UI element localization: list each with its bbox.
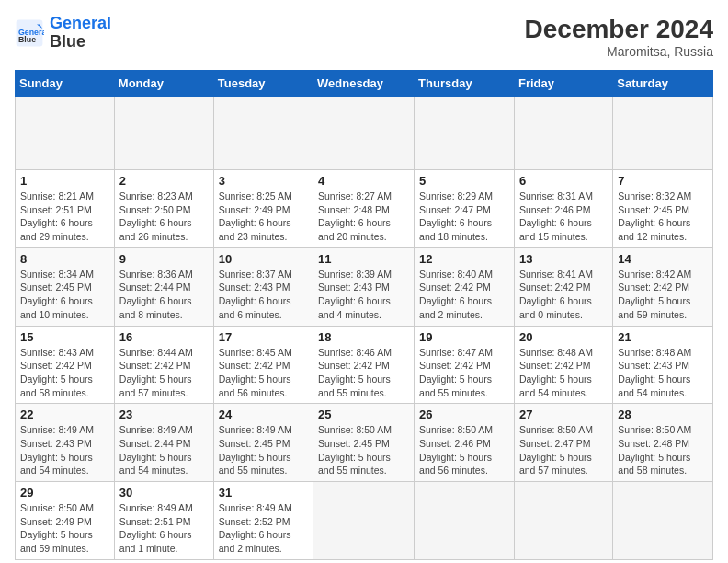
- day-info: Sunrise: 8:34 AM Sunset: 2:45 PM Dayligh…: [20, 268, 109, 322]
- day-info: Sunrise: 8:44 AM Sunset: 2:42 PM Dayligh…: [119, 346, 209, 400]
- day-number: 21: [618, 330, 708, 344]
- day-info: Sunrise: 8:27 AM Sunset: 2:48 PM Dayligh…: [318, 190, 409, 244]
- header: General Blue General Blue December 2024 …: [15, 15, 713, 59]
- calendar-day-cell: [613, 97, 713, 170]
- day-info: Sunrise: 8:36 AM Sunset: 2:44 PM Dayligh…: [119, 268, 209, 322]
- calendar-day-cell: 30Sunrise: 8:49 AM Sunset: 2:51 PM Dayli…: [114, 482, 213, 560]
- calendar-day-cell: 2Sunrise: 8:23 AM Sunset: 2:50 PM Daylig…: [114, 170, 213, 248]
- day-number: 1: [20, 174, 109, 188]
- calendar-week-row: 29Sunrise: 8:50 AM Sunset: 2:49 PM Dayli…: [16, 482, 713, 560]
- day-info: Sunrise: 8:42 AM Sunset: 2:42 PM Dayligh…: [618, 268, 708, 322]
- day-info: Sunrise: 8:48 AM Sunset: 2:42 PM Dayligh…: [519, 346, 608, 400]
- calendar-day-cell: 6Sunrise: 8:31 AM Sunset: 2:46 PM Daylig…: [514, 170, 612, 248]
- calendar-body: 1Sunrise: 8:21 AM Sunset: 2:51 PM Daylig…: [16, 97, 713, 560]
- calendar-header-row: SundayMondayTuesdayWednesdayThursdayFrid…: [16, 71, 713, 97]
- day-info: Sunrise: 8:29 AM Sunset: 2:47 PM Dayligh…: [419, 190, 509, 244]
- day-info: Sunrise: 8:23 AM Sunset: 2:50 PM Dayligh…: [119, 190, 209, 244]
- day-number: 16: [119, 330, 209, 344]
- calendar-day-cell: 17Sunrise: 8:45 AM Sunset: 2:42 PM Dayli…: [213, 326, 313, 404]
- calendar-day-cell: 28Sunrise: 8:50 AM Sunset: 2:48 PM Dayli…: [613, 404, 713, 482]
- day-info: Sunrise: 8:49 AM Sunset: 2:45 PM Dayligh…: [219, 423, 308, 477]
- calendar-table: SundayMondayTuesdayWednesdayThursdayFrid…: [15, 70, 713, 560]
- calendar-week-row: 8Sunrise: 8:34 AM Sunset: 2:45 PM Daylig…: [16, 247, 713, 326]
- calendar-header-thursday: Thursday: [415, 71, 515, 97]
- day-info: Sunrise: 8:48 AM Sunset: 2:43 PM Dayligh…: [618, 346, 708, 400]
- day-number: 31: [219, 486, 308, 500]
- day-number: 25: [318, 408, 409, 421]
- title-area: December 2024 Maromitsa, Russia: [525, 15, 713, 59]
- day-number: 13: [519, 252, 608, 266]
- day-info: Sunrise: 8:49 AM Sunset: 2:51 PM Dayligh…: [119, 501, 209, 556]
- day-number: 6: [519, 174, 608, 188]
- calendar-day-cell: 19Sunrise: 8:47 AM Sunset: 2:42 PM Dayli…: [415, 326, 515, 404]
- calendar-week-row: 1Sunrise: 8:21 AM Sunset: 2:51 PM Daylig…: [16, 170, 713, 248]
- day-info: Sunrise: 8:21 AM Sunset: 2:51 PM Dayligh…: [20, 190, 109, 244]
- day-info: Sunrise: 8:50 AM Sunset: 2:45 PM Dayligh…: [318, 423, 409, 477]
- day-number: 8: [20, 252, 109, 266]
- logo-icon: General Blue: [15, 18, 44, 48]
- day-info: Sunrise: 8:31 AM Sunset: 2:46 PM Dayligh…: [519, 190, 608, 244]
- calendar-week-row: [16, 97, 713, 170]
- day-number: 22: [20, 408, 109, 421]
- day-number: 15: [20, 330, 109, 344]
- calendar-day-cell: 15Sunrise: 8:43 AM Sunset: 2:42 PM Dayli…: [16, 326, 115, 404]
- logo-text: General Blue: [50, 15, 111, 52]
- day-number: 19: [419, 330, 509, 344]
- calendar-day-cell: [613, 482, 713, 560]
- calendar-day-cell: 23Sunrise: 8:49 AM Sunset: 2:44 PM Dayli…: [114, 404, 213, 482]
- calendar-day-cell: 5Sunrise: 8:29 AM Sunset: 2:47 PM Daylig…: [415, 170, 515, 248]
- logo: General Blue General Blue: [15, 15, 111, 52]
- day-number: 18: [318, 330, 409, 344]
- calendar-day-cell: [415, 97, 515, 170]
- calendar-day-cell: 22Sunrise: 8:49 AM Sunset: 2:43 PM Dayli…: [16, 404, 115, 482]
- day-number: 9: [119, 252, 209, 266]
- calendar-day-cell: 7Sunrise: 8:32 AM Sunset: 2:45 PM Daylig…: [613, 170, 713, 248]
- calendar-header-friday: Friday: [514, 71, 612, 97]
- day-info: Sunrise: 8:47 AM Sunset: 2:42 PM Dayligh…: [419, 346, 509, 400]
- day-number: 27: [519, 408, 608, 421]
- svg-text:Blue: Blue: [18, 35, 36, 44]
- day-info: Sunrise: 8:25 AM Sunset: 2:49 PM Dayligh…: [219, 190, 308, 244]
- day-info: Sunrise: 8:50 AM Sunset: 2:47 PM Dayligh…: [519, 423, 608, 477]
- calendar-day-cell: 29Sunrise: 8:50 AM Sunset: 2:49 PM Dayli…: [16, 482, 115, 560]
- day-number: 26: [419, 408, 509, 421]
- calendar-day-cell: 24Sunrise: 8:49 AM Sunset: 2:45 PM Dayli…: [213, 404, 313, 482]
- calendar-day-cell: 1Sunrise: 8:21 AM Sunset: 2:51 PM Daylig…: [16, 170, 115, 248]
- day-info: Sunrise: 8:49 AM Sunset: 2:44 PM Dayligh…: [119, 423, 209, 477]
- day-number: 11: [318, 252, 409, 266]
- day-info: Sunrise: 8:49 AM Sunset: 2:52 PM Dayligh…: [219, 501, 308, 556]
- calendar-day-cell: 14Sunrise: 8:42 AM Sunset: 2:42 PM Dayli…: [613, 247, 713, 326]
- calendar-day-cell: 3Sunrise: 8:25 AM Sunset: 2:49 PM Daylig…: [213, 170, 313, 248]
- calendar-day-cell: 18Sunrise: 8:46 AM Sunset: 2:42 PM Dayli…: [313, 326, 415, 404]
- calendar-day-cell: 9Sunrise: 8:36 AM Sunset: 2:44 PM Daylig…: [114, 247, 213, 326]
- calendar-week-row: 22Sunrise: 8:49 AM Sunset: 2:43 PM Dayli…: [16, 404, 713, 482]
- calendar-week-row: 15Sunrise: 8:43 AM Sunset: 2:42 PM Dayli…: [16, 326, 713, 404]
- day-info: Sunrise: 8:39 AM Sunset: 2:43 PM Dayligh…: [318, 268, 409, 322]
- calendar-day-cell: 31Sunrise: 8:49 AM Sunset: 2:52 PM Dayli…: [213, 482, 313, 560]
- location-title: Maromitsa, Russia: [525, 44, 713, 59]
- calendar-day-cell: 8Sunrise: 8:34 AM Sunset: 2:45 PM Daylig…: [16, 247, 115, 326]
- calendar-day-cell: [514, 97, 612, 170]
- calendar-header-wednesday: Wednesday: [313, 71, 415, 97]
- day-number: 24: [219, 408, 308, 421]
- calendar-day-cell: [313, 482, 415, 560]
- day-number: 17: [219, 330, 308, 344]
- day-number: 4: [318, 174, 409, 188]
- calendar-day-cell: [16, 97, 115, 170]
- day-info: Sunrise: 8:40 AM Sunset: 2:42 PM Dayligh…: [419, 268, 509, 322]
- calendar-day-cell: 4Sunrise: 8:27 AM Sunset: 2:48 PM Daylig…: [313, 170, 415, 248]
- day-info: Sunrise: 8:46 AM Sunset: 2:42 PM Dayligh…: [318, 346, 409, 400]
- calendar-header-sunday: Sunday: [16, 71, 115, 97]
- day-info: Sunrise: 8:32 AM Sunset: 2:45 PM Dayligh…: [618, 190, 708, 244]
- day-number: 5: [419, 174, 509, 188]
- day-info: Sunrise: 8:43 AM Sunset: 2:42 PM Dayligh…: [20, 346, 109, 400]
- calendar-day-cell: 20Sunrise: 8:48 AM Sunset: 2:42 PM Dayli…: [514, 326, 612, 404]
- calendar-day-cell: 27Sunrise: 8:50 AM Sunset: 2:47 PM Dayli…: [514, 404, 612, 482]
- day-info: Sunrise: 8:37 AM Sunset: 2:43 PM Dayligh…: [219, 268, 308, 322]
- day-number: 10: [219, 252, 308, 266]
- calendar-day-cell: 13Sunrise: 8:41 AM Sunset: 2:42 PM Dayli…: [514, 247, 612, 326]
- calendar-day-cell: [415, 482, 515, 560]
- day-info: Sunrise: 8:50 AM Sunset: 2:46 PM Dayligh…: [419, 423, 509, 477]
- day-info: Sunrise: 8:49 AM Sunset: 2:43 PM Dayligh…: [20, 423, 109, 477]
- calendar-day-cell: 12Sunrise: 8:40 AM Sunset: 2:42 PM Dayli…: [415, 247, 515, 326]
